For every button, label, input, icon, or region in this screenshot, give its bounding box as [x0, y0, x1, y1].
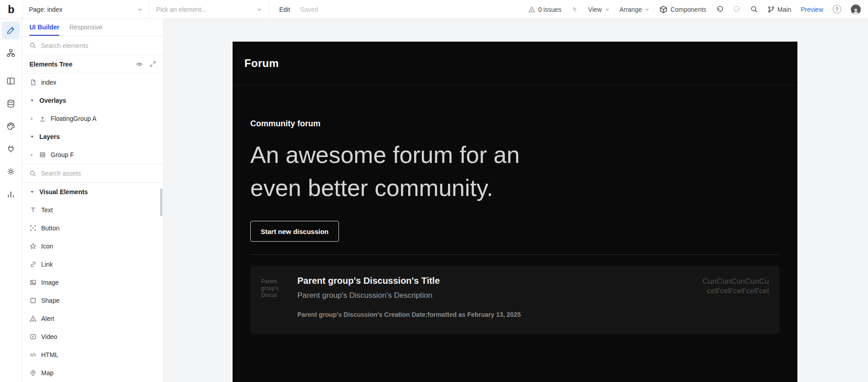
chevron-down-icon[interactable] — [29, 98, 35, 103]
tree-item-floatinggroup-a[interactable]: FloatingGroup A — [22, 110, 163, 128]
bubble-logo[interactable]: b — [0, 0, 22, 19]
arrange-menu-label: Arrange — [620, 6, 642, 13]
alert-icon — [29, 315, 37, 322]
hero-kicker: Community forum — [250, 119, 780, 129]
eye-icon[interactable] — [136, 61, 143, 68]
rail-item-design[interactable] — [2, 21, 20, 39]
edit-mode-label[interactable]: Edit — [279, 6, 290, 13]
topbar: b Page: index Pick an element... Edit Sa… — [0, 0, 868, 19]
page-selector-label: Page: index — [29, 6, 62, 13]
element-item-video[interactable]: Video — [22, 328, 163, 346]
start-discussion-button[interactable]: Start new discussion — [250, 221, 339, 242]
page-selector[interactable]: Page: index — [22, 0, 150, 19]
search-elements-input[interactable] — [41, 42, 156, 49]
user-icon — [852, 8, 859, 14]
help-icon[interactable]: ? — [833, 5, 841, 14]
tree-section-label: Layers — [39, 133, 60, 140]
element-item-html[interactable]: HTML — [22, 346, 163, 364]
shape-icon — [29, 297, 37, 304]
chevron-right-icon[interactable] — [29, 153, 34, 158]
text-icon — [29, 206, 37, 214]
rail-item-styles[interactable] — [2, 117, 20, 135]
database-icon — [6, 99, 15, 108]
code-icon — [29, 351, 37, 358]
hero-section[interactable]: Community forum An awesome forum for an … — [233, 86, 797, 242]
floating-group-icon — [39, 115, 46, 122]
view-menu[interactable]: View — [588, 6, 610, 13]
chevron-right-icon[interactable] — [29, 116, 34, 121]
issues-count-label: 0 issues — [538, 6, 561, 13]
panel-scrollbar[interactable] — [160, 188, 162, 216]
redo-icon[interactable] — [733, 5, 741, 13]
tab-ui-builder[interactable]: UI Builder — [29, 19, 59, 36]
search-assets-input[interactable] — [41, 170, 156, 177]
rail-item-data[interactable] — [2, 95, 20, 113]
element-picker-placeholder: Pick an element... — [156, 6, 206, 13]
chevron-down-icon[interactable] — [29, 134, 35, 139]
side-text-line: CunCunCunCunCu — [692, 277, 769, 286]
discussion-description: Parent group's Discussion's Description — [297, 291, 692, 300]
avatar[interactable] — [851, 5, 861, 14]
discussion-card[interactable]: Parent group's Discus Parent group's Dis… — [250, 266, 780, 334]
visual-elements-title: Visual Elements — [39, 188, 88, 196]
link-icon — [29, 261, 37, 268]
rail-item-layout[interactable] — [2, 72, 20, 90]
expand-icon[interactable] — [149, 61, 156, 67]
element-picker[interactable]: Pick an element... — [150, 0, 269, 19]
undo-icon[interactable] — [716, 5, 724, 13]
discussion-side-text: CunCunCunCunCu cell'cell'cell'cell'cel — [692, 275, 769, 296]
element-item-shape[interactable]: Shape — [22, 291, 163, 310]
branch-selector[interactable]: Main — [768, 6, 791, 13]
preview-link[interactable]: Preview — [801, 6, 823, 13]
chevron-down-icon[interactable] — [29, 189, 35, 195]
hero-heading: An awesome forum for an even better comm… — [250, 138, 558, 205]
workflow-icon — [6, 48, 15, 57]
discussion-card-main: Parent group's Discussion's Title Parent… — [297, 275, 692, 318]
canvas[interactable]: Forum Community forum An awesome forum f… — [164, 19, 868, 382]
tree-item-label: FloatingGroup A — [51, 115, 96, 122]
tree-item-label: Group F — [51, 151, 74, 158]
tree-section-label: Overlays — [39, 97, 66, 104]
discussion-thumb-text: Parent group's Discus — [261, 275, 290, 299]
rail-item-settings[interactable] — [2, 162, 20, 181]
panel-tabs: UI Builder Responsive — [22, 19, 163, 36]
tree-section-layers[interactable]: Layers — [22, 128, 163, 146]
plugin-icon — [6, 144, 15, 153]
components-button[interactable]: Components — [659, 5, 706, 14]
page-preview-header[interactable]: Forum — [233, 42, 797, 86]
app-window: b Page: index Pick an element... Edit Sa… — [0, 0, 868, 382]
tree-item-index[interactable]: index — [22, 73, 163, 91]
issues-indicator[interactable]: 0 issues — [528, 6, 561, 13]
button-icon — [29, 224, 37, 232]
rail-item-logs[interactable] — [2, 185, 20, 203]
discussion-title: Parent group's Discussion's Title — [297, 275, 692, 286]
element-item-button[interactable]: Button — [22, 219, 163, 237]
components-label: Components — [670, 6, 706, 13]
element-item-image[interactable]: Image — [22, 273, 163, 291]
tab-responsive[interactable]: Responsive — [69, 19, 102, 36]
image-icon — [29, 279, 37, 286]
tree-item-group-f[interactable]: Group F — [22, 146, 163, 164]
chevron-down-icon — [605, 7, 610, 12]
element-item-icon[interactable]: Icon — [22, 237, 163, 255]
visual-elements-header[interactable]: Visual Elements — [22, 183, 163, 201]
gear-icon — [6, 167, 15, 176]
tree-section-overlays[interactable]: Overlays — [22, 91, 163, 110]
element-item-link[interactable]: Link — [22, 255, 163, 273]
git-branch-icon — [768, 6, 775, 13]
search-icon[interactable] — [750, 5, 758, 13]
arrange-menu[interactable]: Arrange — [620, 6, 650, 13]
elements-tree-title: Elements Tree — [29, 61, 72, 68]
element-item-text[interactable]: Text — [22, 201, 163, 219]
element-item-alert[interactable]: Alert — [22, 310, 163, 328]
view-menu-label: View — [588, 6, 602, 13]
cursor-icon[interactable] — [571, 5, 579, 13]
forum-title: Forum — [244, 57, 279, 70]
rail-item-plugins[interactable] — [2, 140, 20, 158]
elements-tree-header: Elements Tree — [22, 55, 163, 73]
element-item-map[interactable]: Map — [22, 364, 163, 382]
search-assets-row — [22, 164, 163, 183]
page-preview[interactable]: Forum Community forum An awesome forum f… — [233, 42, 797, 382]
rail-item-workflow[interactable] — [2, 44, 20, 62]
search-icon — [29, 42, 36, 49]
